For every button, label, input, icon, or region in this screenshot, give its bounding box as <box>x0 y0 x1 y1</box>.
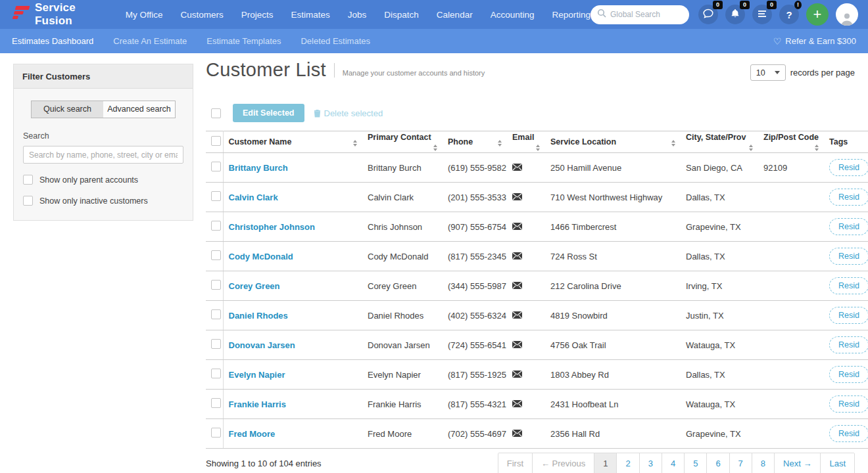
service-location-cell: 1803 Abbey Rd <box>545 360 681 390</box>
row-checkbox[interactable] <box>211 309 221 319</box>
nav-item-accounting[interactable]: Accounting <box>491 10 535 20</box>
primary-contact-cell: Daniel Rhodes <box>362 301 443 330</box>
sort-icon[interactable] <box>815 145 819 151</box>
customer-search-input[interactable] <box>23 146 183 164</box>
customer-name-link[interactable]: Evelyn Napier <box>229 370 285 380</box>
row-checkbox[interactable] <box>211 191 221 201</box>
customer-name-link[interactable]: Corey Green <box>229 281 280 291</box>
tag-badge[interactable]: Resid <box>829 307 868 324</box>
nav-item-my-office[interactable]: My Office <box>126 10 163 20</box>
top-navigation: Service Fusion My OfficeCustomersProject… <box>0 0 868 29</box>
global-search-input[interactable] <box>610 10 683 19</box>
column-header-tags[interactable]: Tags <box>824 131 868 153</box>
subnav-item-estimates-dashboard[interactable]: Estimates Dashboard <box>12 36 93 46</box>
sort-icon[interactable] <box>749 145 753 151</box>
row-checkbox[interactable] <box>211 398 221 408</box>
row-checkbox[interactable] <box>211 221 221 231</box>
tag-badge[interactable]: Resid <box>829 189 868 206</box>
row-checkbox[interactable] <box>211 428 221 438</box>
customer-name-link[interactable]: Brittany Burch <box>229 163 288 173</box>
inactive-customers-checkbox[interactable] <box>23 196 33 206</box>
page-button-2[interactable]: 2 <box>616 453 639 473</box>
nav-item-projects[interactable]: Projects <box>241 10 274 20</box>
zip-code-cell <box>758 390 824 419</box>
select-all-checkbox[interactable] <box>211 136 221 146</box>
tab-quick-search[interactable]: Quick search <box>31 101 103 118</box>
tag-badge[interactable]: Resid <box>829 277 868 294</box>
toolbar-select-all-checkbox[interactable] <box>211 108 221 118</box>
row-checkbox[interactable] <box>211 280 221 290</box>
nav-item-dispatch[interactable]: Dispatch <box>384 10 419 20</box>
tag-badge[interactable]: Resid <box>829 425 868 442</box>
column-header-zip-post-code[interactable]: Zip/Post Code <box>758 131 824 153</box>
column-header-primary-contact[interactable]: Primary Contact <box>362 131 443 153</box>
sort-icon[interactable] <box>498 140 502 146</box>
refer-and-earn-link[interactable]: ♡ Refer & Earn $300 <box>773 36 856 47</box>
parent-accounts-label: Show only parent accounts <box>39 175 138 185</box>
user-avatar[interactable] <box>836 3 858 26</box>
customer-name-link[interactable]: Fred Moore <box>229 429 276 439</box>
customer-name-link[interactable]: Calvin Clark <box>229 192 278 202</box>
customer-name-link[interactable]: Cody McDonald <box>229 252 293 261</box>
tag-badge[interactable]: Resid <box>829 159 868 176</box>
nav-item-jobs[interactable]: Jobs <box>348 10 367 20</box>
add-new-button[interactable]: + <box>806 3 829 26</box>
email-icon <box>512 371 522 378</box>
column-header-email[interactable]: Email <box>507 131 545 153</box>
page-button-5[interactable]: 5 <box>684 453 706 473</box>
messages-button[interactable]: 0 <box>698 5 718 24</box>
zip-code-cell <box>758 360 824 390</box>
nav-item-customers[interactable]: Customers <box>180 10 223 20</box>
sort-icon[interactable] <box>433 145 437 151</box>
sort-icon[interactable] <box>536 145 540 151</box>
tab-advanced-search[interactable]: Advanced search <box>103 101 176 118</box>
column-header-phone[interactable]: Phone <box>443 131 507 153</box>
page-button-6[interactable]: 6 <box>706 453 729 473</box>
customer-name-link[interactable]: Daniel Rhodes <box>229 311 288 321</box>
records-per-page-select[interactable]: 10 <box>750 64 786 81</box>
tag-badge[interactable]: Resid <box>829 336 868 353</box>
column-header-city-state-prov[interactable]: City, State/Prov <box>681 131 758 153</box>
edit-selected-button[interactable]: Edit Selected <box>233 104 304 122</box>
subnav-item-estimate-templates[interactable]: Estimate Templates <box>206 36 281 46</box>
column-header-customer-name[interactable]: Customer Name <box>223 131 362 153</box>
page-button-1[interactable]: 1 <box>594 453 616 473</box>
main-nav: My OfficeCustomersProjectsEstimatesJobsD… <box>126 10 591 20</box>
customer-name-cell: Christopher Johnson <box>223 212 362 242</box>
brand[interactable]: Service Fusion <box>10 1 101 28</box>
nav-item-estimates[interactable]: Estimates <box>291 10 330 20</box>
tag-badge[interactable]: Resid <box>829 248 868 265</box>
row-checkbox[interactable] <box>211 339 221 349</box>
email-icon <box>512 282 522 289</box>
customer-name-link[interactable]: Christopher Johnson <box>229 222 315 232</box>
parent-accounts-checkbox[interactable] <box>23 175 33 185</box>
delete-selected-button[interactable]: Delete selected <box>314 108 383 118</box>
tag-badge[interactable]: Resid <box>829 366 868 383</box>
column-header-service-location[interactable]: Service Location <box>545 131 681 153</box>
page-button-8[interactable]: 8 <box>752 453 774 473</box>
nav-item-calendar[interactable]: Calendar <box>437 10 473 20</box>
notifications-button[interactable]: 0 <box>725 5 745 24</box>
nav-item-reporting[interactable]: Reporting <box>552 10 591 20</box>
tag-badge[interactable]: Resid <box>829 218 868 235</box>
help-button[interactable]: ? ! <box>779 5 799 24</box>
search-mode-tabs: Quick search Advanced search <box>31 101 176 118</box>
row-checkbox[interactable] <box>211 250 221 260</box>
row-checkbox[interactable] <box>211 369 221 378</box>
page-button-4[interactable]: 4 <box>662 453 684 473</box>
subnav-item-create-an-estimate[interactable]: Create An Estimate <box>113 36 187 46</box>
row-checkbox[interactable] <box>211 162 221 171</box>
page-button-last[interactable]: Last <box>820 453 854 473</box>
email-icon <box>512 400 522 407</box>
page-button-3[interactable]: 3 <box>639 453 662 473</box>
customer-name-link[interactable]: Donovan Jarsen <box>229 340 295 350</box>
customer-name-link[interactable]: Frankie Harris <box>229 399 286 409</box>
queue-button[interactable]: 0 <box>752 5 772 24</box>
page-button-7[interactable]: 7 <box>729 453 752 473</box>
sort-icon[interactable] <box>671 140 675 146</box>
sort-icon[interactable] <box>353 140 357 146</box>
subnav-item-deleted-estimates[interactable]: Deleted Estimates <box>301 36 370 46</box>
global-search <box>591 5 689 24</box>
page-button-next[interactable]: Next → <box>774 453 820 473</box>
tag-badge[interactable]: Resid <box>829 395 868 413</box>
